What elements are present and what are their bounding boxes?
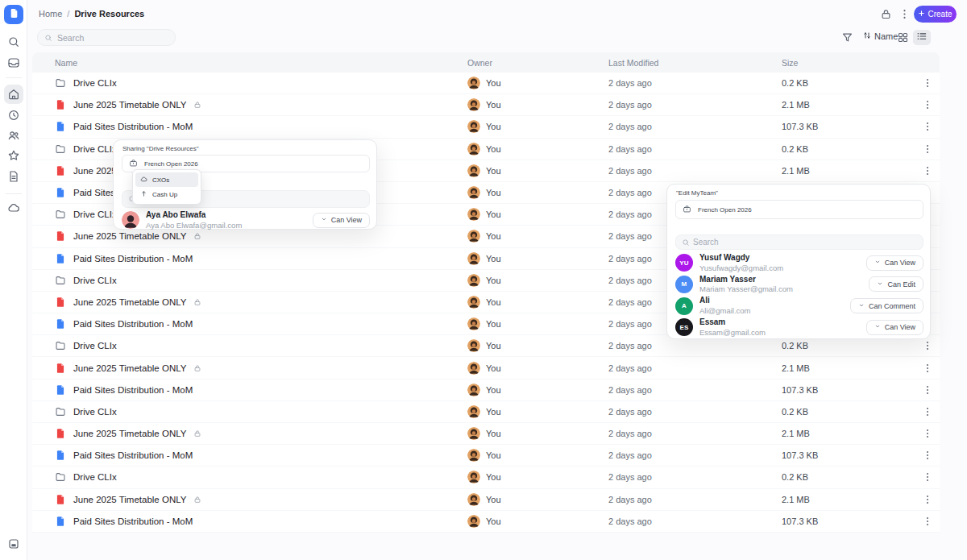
table-row[interactable]: Drive CLIx You 2 days ago 0.2 KB <box>32 401 940 423</box>
row-menu-icon[interactable] <box>922 406 933 417</box>
sync-icon[interactable] <box>7 201 20 214</box>
member-name: Yusuf Wagdy <box>699 253 860 263</box>
table-row[interactable]: Paid Sites Distribution - MoM You 2 days… <box>32 380 940 401</box>
owner-label: You <box>486 78 501 88</box>
lock-icon <box>193 429 201 438</box>
dropdown-item-cxos[interactable]: CXOs <box>135 172 198 187</box>
last-modified: 2 days ago <box>608 385 652 395</box>
kebab-menu-icon[interactable] <box>899 8 911 20</box>
owner-label: You <box>486 231 501 241</box>
grid-view-icon[interactable] <box>897 31 909 44</box>
row-menu-icon[interactable] <box>922 363 933 374</box>
row-menu-icon[interactable] <box>922 143 933 155</box>
owner-label: You <box>486 188 501 197</box>
row-menu-icon[interactable] <box>922 384 933 396</box>
logo-document-icon <box>9 7 19 22</box>
row-menu-icon[interactable] <box>922 450 933 461</box>
starred-icon[interactable] <box>7 149 20 162</box>
workspace-select[interactable]: French Open 2026 <box>675 200 923 219</box>
search-input[interactable] <box>57 33 168 43</box>
app-logo[interactable] <box>4 5 23 24</box>
create-label: Create <box>928 10 952 19</box>
documents-icon[interactable] <box>7 170 20 183</box>
briefcase-icon <box>683 202 691 217</box>
table-row[interactable]: June 2025 Timetable ONLY You 2 days ago … <box>32 357 940 379</box>
chevron-down-icon <box>874 259 881 267</box>
row-menu-icon[interactable] <box>922 121 933 132</box>
breadcrumb-current: Drive Resources <box>74 9 144 19</box>
team-search-bar[interactable] <box>675 234 923 250</box>
member-avatar: ES <box>675 318 693 336</box>
file-size: 2.1 MB <box>782 495 810 504</box>
row-menu-icon[interactable] <box>922 165 933 176</box>
sidebar-divider <box>6 193 22 194</box>
row-menu-icon[interactable] <box>922 340 933 351</box>
team-member-row: YU Yusuf Wagdy Yusufwagdy@gmail.com Can … <box>675 253 923 272</box>
row-menu-icon[interactable] <box>922 516 933 527</box>
last-modified: 2 days ago <box>608 122 652 131</box>
breadcrumb-home[interactable]: Home <box>39 9 62 19</box>
file-size: 107.3 KB <box>782 122 818 131</box>
row-menu-icon[interactable] <box>922 99 933 110</box>
file-type-icon <box>55 253 66 264</box>
file-type-icon <box>55 363 66 374</box>
table-row[interactable]: June 2025 Timetable ONLY You 2 days ago … <box>32 489 940 511</box>
workspace-label: French Open 2026 <box>698 206 910 214</box>
dropdown-item-cash-up[interactable]: Cash Up <box>135 187 198 201</box>
table-row[interactable]: Drive CLIx You 2 days ago 0.2 KB <box>32 467 940 488</box>
sort-control[interactable]: Name <box>862 31 898 42</box>
owner-label: You <box>486 363 501 373</box>
table-row[interactable]: Paid Sites Distribution - MoM You 2 days… <box>32 511 940 533</box>
file-size: 2.1 MB <box>782 166 810 176</box>
permission-button[interactable]: Can View <box>313 213 370 228</box>
lock-icon[interactable] <box>880 8 892 20</box>
permission-label: Can Comment <box>869 302 915 310</box>
last-modified: 2 days ago <box>608 319 652 329</box>
create-button[interactable]: Create <box>914 6 957 23</box>
file-name: Drive CLIx <box>73 144 117 154</box>
search-icon[interactable] <box>7 35 20 48</box>
list-view-icon[interactable] <box>913 30 931 45</box>
lock-icon <box>193 101 201 109</box>
permission-button[interactable]: Can Edit <box>869 276 923 292</box>
inbox-icon[interactable] <box>7 56 20 69</box>
permission-button[interactable]: Can View <box>866 255 923 271</box>
team-search-input[interactable] <box>693 238 917 247</box>
search-bar[interactable] <box>37 29 176 46</box>
row-menu-icon[interactable] <box>922 428 933 439</box>
table-row[interactable]: June 2025 Timetable ONLY You 2 days ago … <box>32 423 940 445</box>
table-row[interactable]: Paid Sites Distribution - MoM You 2 days… <box>32 445 940 467</box>
file-name: Paid Sites Distribution - MoM <box>73 319 193 329</box>
members-icon[interactable] <box>7 129 20 142</box>
owner-avatar <box>467 120 480 133</box>
permission-button[interactable]: Can Comment <box>850 298 923 313</box>
row-menu-icon[interactable] <box>922 471 933 483</box>
row-menu-icon[interactable] <box>922 77 933 89</box>
table-header: Name Owner Last Modified Size <box>32 52 940 73</box>
storage-icon[interactable] <box>7 537 20 550</box>
member-row: Aya Abo Elwafa Aya Abo Elwafa@gmail.com … <box>122 210 370 230</box>
team-member-row: A Ali Ali@gmail.com Can Comment <box>675 296 923 315</box>
home-icon[interactable] <box>4 85 23 104</box>
table-row[interactable]: Drive CLIx You 2 days ago 0.2 KB <box>32 73 940 94</box>
file-size: 0.2 KB <box>782 341 808 351</box>
owner-label: You <box>486 385 501 395</box>
chevron-down-icon <box>874 323 881 331</box>
recent-icon[interactable] <box>7 109 20 122</box>
member-email: Ali@gmail.com <box>699 306 844 316</box>
file-type-icon <box>55 143 66 155</box>
table-row[interactable]: June 2025 Timetable ONLY You 2 days ago … <box>32 94 940 116</box>
row-menu-icon[interactable] <box>922 494 933 505</box>
file-type-icon <box>55 494 66 505</box>
filter-icon[interactable] <box>841 31 853 44</box>
table-row[interactable]: Paid Sites Distribution - MoM You 2 days… <box>32 116 940 138</box>
owner-avatar <box>467 252 480 265</box>
owner-label: You <box>486 516 501 526</box>
file-type-icon <box>55 516 66 527</box>
file-type-icon <box>55 471 66 483</box>
file-size: 0.2 KB <box>782 78 808 88</box>
last-modified: 2 days ago <box>608 363 652 373</box>
plus-icon <box>918 10 925 19</box>
permission-button[interactable]: Can View <box>866 320 923 335</box>
owner-avatar <box>467 471 480 483</box>
